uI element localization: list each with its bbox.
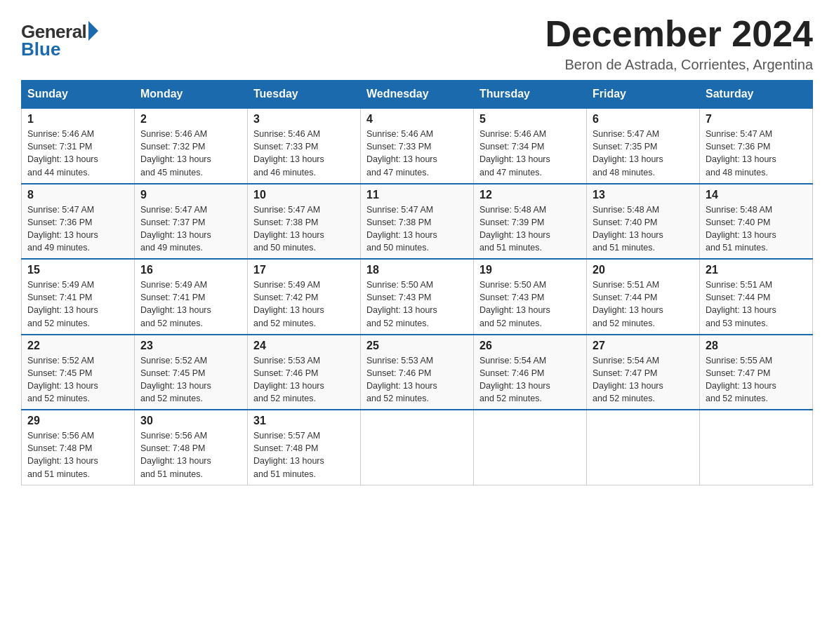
day-number: 18 [366,264,468,276]
logo-arrow-icon [88,21,98,41]
table-row: 22 Sunrise: 5:52 AM Sunset: 7:45 PM Dayl… [22,335,135,410]
day-number: 15 [27,264,128,276]
day-number: 5 [479,113,581,126]
table-row: 1 Sunrise: 5:46 AM Sunset: 7:31 PM Dayli… [22,108,135,184]
calendar-week-row: 29 Sunrise: 5:56 AM Sunset: 7:48 PM Dayl… [22,410,813,485]
table-row [474,410,587,485]
table-row: 2 Sunrise: 5:46 AM Sunset: 7:32 PM Dayli… [135,108,248,184]
day-number: 29 [27,415,128,427]
day-info: Sunrise: 5:46 AM Sunset: 7:32 PM Dayligh… [140,128,241,179]
table-row: 15 Sunrise: 5:49 AM Sunset: 7:41 PM Dayl… [22,259,135,335]
day-info: Sunrise: 5:51 AM Sunset: 7:44 PM Dayligh… [593,279,694,330]
table-row: 12 Sunrise: 5:48 AM Sunset: 7:39 PM Dayl… [474,184,587,260]
calendar-week-row: 1 Sunrise: 5:46 AM Sunset: 7:31 PM Dayli… [22,108,813,184]
day-info: Sunrise: 5:46 AM Sunset: 7:31 PM Dayligh… [27,128,128,179]
table-row: 10 Sunrise: 5:47 AM Sunset: 7:38 PM Dayl… [248,184,361,260]
table-row: 23 Sunrise: 5:52 AM Sunset: 7:45 PM Dayl… [135,335,248,410]
table-row: 24 Sunrise: 5:53 AM Sunset: 7:46 PM Dayl… [248,335,361,410]
table-row: 16 Sunrise: 5:49 AM Sunset: 7:41 PM Dayl… [135,259,248,335]
day-number: 25 [366,340,468,352]
calendar-week-row: 22 Sunrise: 5:52 AM Sunset: 7:45 PM Dayl… [22,335,813,410]
calendar-week-row: 8 Sunrise: 5:47 AM Sunset: 7:36 PM Dayli… [22,184,813,260]
day-info: Sunrise: 5:50 AM Sunset: 7:43 PM Dayligh… [366,279,468,330]
table-row: 25 Sunrise: 5:53 AM Sunset: 7:46 PM Dayl… [361,335,474,410]
day-info: Sunrise: 5:48 AM Sunset: 7:39 PM Dayligh… [479,203,581,255]
table-row: 9 Sunrise: 5:47 AM Sunset: 7:37 PM Dayli… [135,184,248,260]
day-info: Sunrise: 5:54 AM Sunset: 7:46 PM Dayligh… [479,354,581,405]
day-info: Sunrise: 5:47 AM Sunset: 7:35 PM Dayligh… [593,128,694,179]
day-number: 6 [593,113,694,126]
table-row: 26 Sunrise: 5:54 AM Sunset: 7:46 PM Dayl… [474,335,587,410]
day-info: Sunrise: 5:47 AM Sunset: 7:37 PM Dayligh… [140,203,241,255]
day-number: 3 [253,113,355,126]
day-info: Sunrise: 5:47 AM Sunset: 7:38 PM Dayligh… [366,203,468,255]
day-number: 31 [253,415,355,427]
day-number: 8 [27,189,128,201]
day-info: Sunrise: 5:52 AM Sunset: 7:45 PM Dayligh… [140,354,241,405]
day-number: 24 [253,340,355,352]
table-row: 7 Sunrise: 5:47 AM Sunset: 7:36 PM Dayli… [700,108,813,184]
table-row: 27 Sunrise: 5:54 AM Sunset: 7:47 PM Dayl… [587,335,700,410]
calendar-week-row: 15 Sunrise: 5:49 AM Sunset: 7:41 PM Dayl… [22,259,813,335]
location-subtitle: Beron de Astrada, Corrientes, Argentina [545,57,813,73]
table-row: 18 Sunrise: 5:50 AM Sunset: 7:43 PM Dayl… [361,259,474,335]
day-number: 1 [27,113,128,126]
day-number: 19 [479,264,581,276]
table-row: 4 Sunrise: 5:46 AM Sunset: 7:33 PM Dayli… [361,108,474,184]
header-tuesday: Tuesday [248,81,361,109]
day-number: 28 [706,340,807,352]
day-info: Sunrise: 5:46 AM Sunset: 7:34 PM Dayligh… [479,128,581,179]
header-thursday: Thursday [474,81,587,109]
table-row: 28 Sunrise: 5:55 AM Sunset: 7:47 PM Dayl… [700,335,813,410]
header-sunday: Sunday [22,81,135,109]
calendar-table: Sunday Monday Tuesday Wednesday Thursday… [21,80,813,485]
table-row [361,410,474,485]
logo-blue-text: Blue [21,39,60,60]
table-row [587,410,700,485]
day-info: Sunrise: 5:54 AM Sunset: 7:47 PM Dayligh… [593,354,694,405]
day-number: 10 [253,189,355,201]
day-info: Sunrise: 5:48 AM Sunset: 7:40 PM Dayligh… [593,203,694,255]
table-row: 30 Sunrise: 5:56 AM Sunset: 7:48 PM Dayl… [135,410,248,485]
logo: General Blue [21,21,98,60]
month-year-title: December 2024 [545,14,813,54]
header-monday: Monday [135,81,248,109]
day-number: 12 [479,189,581,201]
day-number: 4 [366,113,468,126]
table-row: 31 Sunrise: 5:57 AM Sunset: 7:48 PM Dayl… [248,410,361,485]
day-number: 7 [706,113,807,126]
table-row: 21 Sunrise: 5:51 AM Sunset: 7:44 PM Dayl… [700,259,813,335]
page-header: General Blue December 2024 Beron de Astr… [21,14,813,73]
day-info: Sunrise: 5:47 AM Sunset: 7:36 PM Dayligh… [27,203,128,255]
day-info: Sunrise: 5:50 AM Sunset: 7:43 PM Dayligh… [479,279,581,330]
header-friday: Friday [587,81,700,109]
table-row: 19 Sunrise: 5:50 AM Sunset: 7:43 PM Dayl… [474,259,587,335]
day-number: 20 [593,264,694,276]
table-row: 6 Sunrise: 5:47 AM Sunset: 7:35 PM Dayli… [587,108,700,184]
day-info: Sunrise: 5:46 AM Sunset: 7:33 PM Dayligh… [253,128,355,179]
day-number: 2 [140,113,241,126]
table-row [700,410,813,485]
day-number: 13 [593,189,694,201]
day-info: Sunrise: 5:47 AM Sunset: 7:36 PM Dayligh… [706,128,807,179]
table-row: 3 Sunrise: 5:46 AM Sunset: 7:33 PM Dayli… [248,108,361,184]
day-info: Sunrise: 5:56 AM Sunset: 7:48 PM Dayligh… [140,429,241,481]
day-number: 11 [366,189,468,201]
day-number: 16 [140,264,241,276]
day-number: 9 [140,189,241,201]
day-info: Sunrise: 5:53 AM Sunset: 7:46 PM Dayligh… [366,354,468,405]
day-info: Sunrise: 5:57 AM Sunset: 7:48 PM Dayligh… [253,429,355,481]
table-row: 8 Sunrise: 5:47 AM Sunset: 7:36 PM Dayli… [22,184,135,260]
table-row: 29 Sunrise: 5:56 AM Sunset: 7:48 PM Dayl… [22,410,135,485]
table-row: 20 Sunrise: 5:51 AM Sunset: 7:44 PM Dayl… [587,259,700,335]
header-wednesday: Wednesday [361,81,474,109]
day-number: 27 [593,340,694,352]
table-row: 17 Sunrise: 5:49 AM Sunset: 7:42 PM Dayl… [248,259,361,335]
day-info: Sunrise: 5:47 AM Sunset: 7:38 PM Dayligh… [253,203,355,255]
day-info: Sunrise: 5:53 AM Sunset: 7:46 PM Dayligh… [253,354,355,405]
day-number: 21 [706,264,807,276]
calendar-header-row: Sunday Monday Tuesday Wednesday Thursday… [22,81,813,109]
header-saturday: Saturday [700,81,813,109]
table-row: 11 Sunrise: 5:47 AM Sunset: 7:38 PM Dayl… [361,184,474,260]
day-info: Sunrise: 5:56 AM Sunset: 7:48 PM Dayligh… [27,429,128,481]
